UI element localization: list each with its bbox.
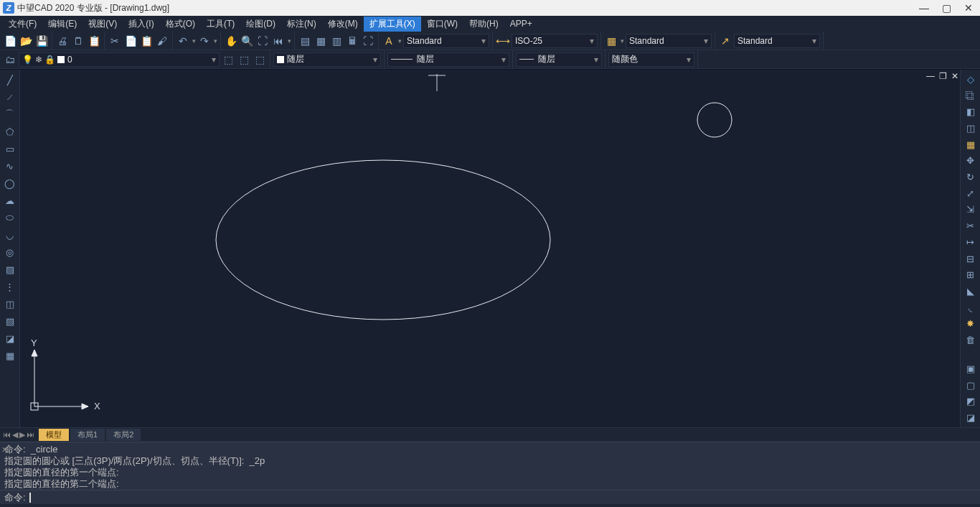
- linetype-combo[interactable]: 随层▾: [387, 52, 509, 67]
- doc-minimize-icon[interactable]: —: [926, 71, 935, 81]
- command-input[interactable]: 命令:: [0, 490, 980, 504]
- region-tool-icon[interactable]: ◪: [3, 331, 17, 345]
- layer-combo[interactable]: 💡 ❄ 🔒 0▾: [19, 52, 220, 67]
- color-combo[interactable]: 随层▾: [273, 52, 381, 67]
- cut-icon[interactable]: ✂: [108, 34, 122, 48]
- order-above-icon[interactable]: ◩: [963, 394, 978, 408]
- ellipse-tool-icon[interactable]: ⬭: [3, 210, 17, 225]
- point-tool-icon[interactable]: ⋮: [3, 279, 17, 294]
- layer-manager-icon[interactable]: 🗂: [3, 52, 17, 67]
- minimize-button[interactable]: —: [919, 2, 929, 14]
- menu-help[interactable]: 帮助(H): [463, 17, 504, 32]
- spline-tool-icon[interactable]: ∿: [3, 159, 17, 173]
- design-center-icon[interactable]: ▦: [314, 34, 328, 48]
- order-back-icon[interactable]: ▢: [963, 378, 978, 392]
- table-style-combo[interactable]: Standard▾: [626, 34, 712, 48]
- ellipse-arc-tool-icon[interactable]: ◡: [3, 228, 17, 242]
- erase-icon[interactable]: ◇: [963, 73, 978, 86]
- pan-icon[interactable]: ✋: [224, 34, 238, 48]
- match-props-icon[interactable]: 🖌: [155, 34, 169, 48]
- extend-tool-icon[interactable]: ↦: [963, 236, 978, 249]
- copy-tool-icon[interactable]: ⿻: [963, 89, 978, 103]
- menu-app-plus[interactable]: APP+: [504, 17, 538, 30]
- arc-tool-icon[interactable]: ⌒: [3, 107, 17, 121]
- plotstyle-combo[interactable]: 随颜色▾: [608, 52, 694, 67]
- dim-style-combo[interactable]: ISO-25▾: [512, 34, 598, 48]
- tab-prev-icon[interactable]: ◀: [12, 430, 18, 439]
- menu-draw[interactable]: 绘图(D): [240, 17, 281, 32]
- circle-tool-icon[interactable]: ◯: [3, 176, 17, 190]
- line-tool-icon[interactable]: ╱: [3, 73, 17, 87]
- paste-icon[interactable]: 📋: [139, 34, 154, 48]
- break-tool-icon[interactable]: ⊟: [963, 252, 978, 266]
- new-file-icon[interactable]: 📄: [3, 34, 17, 48]
- tab-model[interactable]: 模型: [39, 429, 69, 441]
- dropdown-icon[interactable]: ▾: [621, 37, 624, 45]
- zoom-prev-icon[interactable]: ⏮: [271, 34, 286, 48]
- join-tool-icon[interactable]: ⊞: [963, 268, 978, 282]
- hatch-tool-icon[interactable]: ▨: [3, 262, 17, 276]
- menu-tools[interactable]: 工具(T): [201, 17, 240, 32]
- rotate-tool-icon[interactable]: ↻: [963, 170, 978, 184]
- calculator-icon[interactable]: 🖩: [345, 34, 359, 48]
- open-file-icon[interactable]: 📂: [19, 34, 33, 48]
- copy-icon[interactable]: 📄: [123, 34, 138, 48]
- tab-layout2[interactable]: 布局2: [106, 429, 141, 441]
- doc-close-icon[interactable]: ✕: [951, 71, 958, 81]
- order-front-icon[interactable]: ▣: [963, 362, 978, 376]
- revcloud-tool-icon[interactable]: ☁: [3, 193, 17, 208]
- tool-palette-icon[interactable]: ▥: [329, 34, 344, 48]
- maximize-button[interactable]: ▢: [942, 2, 951, 14]
- dropdown-icon[interactable]: ▾: [214, 37, 217, 45]
- scale-tool-icon[interactable]: ⤢: [963, 187, 978, 200]
- command-close-icon[interactable]: ✕: [1, 444, 8, 455]
- dropdown-icon[interactable]: ▾: [288, 37, 291, 45]
- table-style-icon[interactable]: ▦: [604, 34, 618, 48]
- menu-window[interactable]: 窗口(W): [421, 17, 463, 32]
- save-icon[interactable]: 💾: [34, 34, 49, 48]
- gradient-tool-icon[interactable]: ▧: [3, 314, 17, 328]
- table-tool-icon[interactable]: ▦: [3, 348, 17, 363]
- order-under-icon[interactable]: ◪: [963, 411, 978, 424]
- donut-tool-icon[interactable]: ◎: [3, 245, 17, 259]
- text-style-icon[interactable]: A: [382, 34, 396, 48]
- rectangle-tool-icon[interactable]: ▭: [3, 141, 17, 156]
- undo-icon[interactable]: ↶: [176, 34, 190, 48]
- xline-tool-icon[interactable]: ⟋: [3, 90, 17, 104]
- stretch-tool-icon[interactable]: ⇲: [963, 203, 978, 217]
- tab-layout1[interactable]: 布局1: [70, 429, 105, 441]
- purge-tool-icon[interactable]: 🗑: [963, 333, 978, 347]
- text-style-combo[interactable]: Standard▾: [403, 34, 489, 48]
- menu-insert[interactable]: 插入(I): [123, 17, 159, 32]
- explode-tool-icon[interactable]: ✸: [963, 317, 978, 331]
- lineweight-combo[interactable]: 随层▾: [516, 52, 602, 67]
- doc-restore-icon[interactable]: ❐: [939, 71, 947, 81]
- print-preview-icon[interactable]: 🗒: [71, 34, 85, 48]
- multileader-style-icon[interactable]: ↗: [718, 34, 732, 48]
- menu-file[interactable]: 文件(F): [3, 17, 42, 32]
- layer-prev-icon[interactable]: ⬚: [221, 52, 235, 67]
- menu-format[interactable]: 格式(O): [160, 17, 201, 32]
- clean-screen-icon[interactable]: ⛶: [361, 34, 375, 48]
- menu-dimension[interactable]: 标注(N): [281, 17, 322, 32]
- fillet-tool-icon[interactable]: ◟: [963, 301, 978, 315]
- array-tool-icon[interactable]: ▦: [963, 138, 978, 152]
- trim-tool-icon[interactable]: ✂: [963, 219, 978, 233]
- dropdown-icon[interactable]: ▾: [192, 37, 196, 45]
- polygon-tool-icon[interactable]: ⬠: [3, 124, 17, 139]
- tab-first-icon[interactable]: ⏮: [3, 430, 11, 439]
- drawing-canvas[interactable]: — ❐ ✕ X Y: [20, 70, 960, 427]
- offset-tool-icon[interactable]: ◫: [963, 121, 978, 135]
- menu-modify[interactable]: 修改(M): [322, 17, 364, 32]
- tab-next-icon[interactable]: ▶: [19, 430, 25, 439]
- print-icon[interactable]: 🖨: [55, 34, 70, 48]
- multileader-style-combo[interactable]: Standard▾: [734, 34, 820, 48]
- menu-extend-tools[interactable]: 扩展工具(X): [364, 17, 421, 32]
- properties-icon[interactable]: ▤: [298, 34, 312, 48]
- zoom-window-icon[interactable]: ⛶: [255, 34, 270, 48]
- layer-iso-icon[interactable]: ⬚: [237, 52, 251, 67]
- close-button[interactable]: ✕: [964, 2, 973, 14]
- zoom-realtime-icon[interactable]: 🔍: [240, 34, 254, 48]
- dim-style-icon[interactable]: ⟷: [496, 34, 510, 48]
- block-tool-icon[interactable]: ◫: [3, 297, 17, 311]
